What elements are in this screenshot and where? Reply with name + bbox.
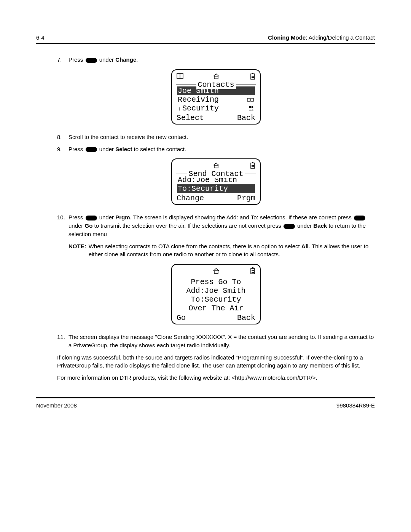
softkey-icon xyxy=(354,216,365,220)
softkey-icon xyxy=(86,216,97,220)
svg-rect-14 xyxy=(252,165,254,166)
list-item: ↓Security xyxy=(176,104,256,113)
svg-rect-13 xyxy=(252,162,253,163)
page-number: 6-4 xyxy=(36,34,45,41)
header-rule xyxy=(36,43,375,44)
footer-docnum: 9980384R89-E xyxy=(336,402,375,409)
svg-rect-11 xyxy=(214,165,218,168)
screen-line: Press Go To xyxy=(175,278,257,286)
screen-title: Contacts xyxy=(196,80,236,89)
section-title: Cloning Mode: Adding/Deleting a Contact xyxy=(268,34,375,41)
screen-line: Over The Air xyxy=(175,304,257,313)
screen-line: Add:Joe Smith xyxy=(175,286,257,295)
page-footer: November 2008 9980384R89-E xyxy=(36,402,375,409)
svg-rect-19 xyxy=(252,270,254,271)
lcd-screen-send-contact: Send Contact Add:Joe Smith To:Security C… xyxy=(171,158,261,205)
softkey-left: Select xyxy=(177,113,204,122)
group-icon xyxy=(247,97,254,102)
battery-icon xyxy=(250,267,255,274)
people-icon xyxy=(248,105,254,111)
svg-rect-18 xyxy=(252,267,253,268)
svg-rect-6 xyxy=(252,77,254,78)
home-icon xyxy=(213,268,220,274)
note-block: NOTE: When selecting contacts to OTA clo… xyxy=(68,242,375,259)
svg-rect-2 xyxy=(214,76,218,79)
softkey-left: Go xyxy=(177,313,186,322)
footer-date: November 2008 xyxy=(36,402,77,409)
page-header: 6-4 Cloning Mode: Adding/Deleting a Cont… xyxy=(36,34,375,41)
svg-rect-7 xyxy=(247,98,250,101)
svg-rect-20 xyxy=(252,272,254,273)
svg-point-9 xyxy=(249,106,251,108)
down-arrow-icon: ↓ xyxy=(178,106,182,112)
svg-rect-15 xyxy=(252,166,254,167)
home-icon xyxy=(213,162,220,168)
screen-line: To:Security xyxy=(175,295,257,304)
paragraph: If cloning was successful, both the sour… xyxy=(57,353,375,370)
svg-rect-16 xyxy=(214,271,218,273)
softkey-right: Back xyxy=(237,113,255,122)
battery-icon xyxy=(250,73,255,80)
svg-point-10 xyxy=(252,106,253,108)
softkey-icon xyxy=(86,147,97,152)
svg-rect-4 xyxy=(252,73,253,74)
lcd-screen-confirm: Press Go To Add:Joe Smith To:Security Ov… xyxy=(171,264,261,324)
softkey-right: Back xyxy=(237,313,255,322)
step-11: 11. The screen displays the message "Clo… xyxy=(57,333,375,350)
battery-icon xyxy=(250,162,255,169)
step-10: 10. Press under Prgm. The screen is disp… xyxy=(57,213,375,238)
step-8: 8. Scroll to the contact to receive the … xyxy=(57,133,375,141)
footer-rule xyxy=(36,397,375,398)
step-9: 9. Press under Select to select the cont… xyxy=(57,145,375,153)
home-icon xyxy=(213,73,220,79)
book-icon xyxy=(177,73,183,79)
screen-title: Send Contact xyxy=(187,169,245,178)
list-item: Receiving xyxy=(176,95,256,104)
softkey-icon xyxy=(284,224,295,229)
svg-rect-8 xyxy=(251,98,253,101)
lcd-screen-contacts: Contacts Joe Smith Receiving ↓Security S… xyxy=(171,69,261,125)
step-7: 7. Press under Change. xyxy=(57,56,375,64)
softkey-left: Change xyxy=(177,194,204,203)
list-item-selected: To:Security xyxy=(177,184,255,193)
softkey-right: Prgm xyxy=(237,194,255,203)
svg-rect-5 xyxy=(252,76,254,77)
softkey-icon xyxy=(86,58,97,63)
paragraph: For more information on DTR products, vi… xyxy=(57,374,375,382)
